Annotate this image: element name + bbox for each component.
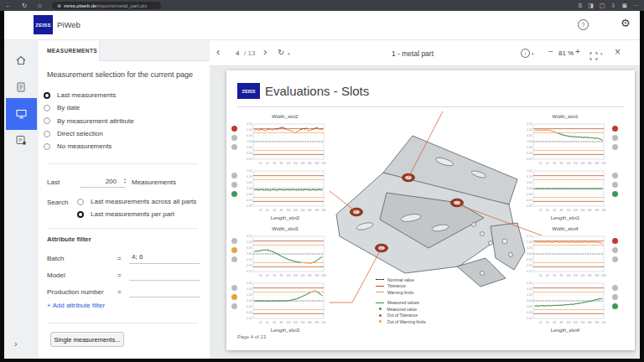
- info-dropdown-caret[interactable]: ▾: [532, 51, 534, 56]
- add-attribute-filter-link[interactable]: + Add attribute filter: [47, 302, 105, 309]
- svg-text:-0.15: -0.15: [246, 317, 252, 320]
- info-icon[interactable]: i: [521, 49, 530, 58]
- filter-value-input[interactable]: [129, 287, 200, 297]
- filter-operator[interactable]: =: [117, 288, 129, 297]
- panel-icon[interactable]: ◨: [588, 0, 594, 11]
- svg-text:-0.15: -0.15: [526, 158, 532, 161]
- traffic-light-gray: [231, 256, 237, 262]
- search-radio-last-measurements-across-all-parts[interactable]: Last measurements across all parts: [77, 195, 196, 208]
- svg-text:120: 120: [574, 274, 579, 277]
- filter-operator[interactable]: =: [117, 255, 129, 264]
- radio-icon[interactable]: [77, 211, 84, 218]
- svg-text:-0.10: -0.10: [526, 152, 532, 155]
- svg-text:0.15: 0.15: [527, 282, 532, 285]
- zoom-out-button[interactable]: −: [548, 47, 553, 56]
- window-icon[interactable]: ▢: [600, 0, 605, 11]
- svg-text:160: 160: [588, 321, 593, 324]
- svg-text:-0.10: -0.10: [526, 264, 532, 267]
- radio-label: Last measurements: [57, 91, 116, 99]
- copy-icon[interactable]: ▣: [621, 0, 627, 11]
- browser-back-icon[interactable]: ←: [5, 0, 12, 11]
- radio-label: Direct selection: [57, 130, 103, 137]
- single-measurements-button[interactable]: Single measurements...: [50, 332, 124, 347]
- svg-text:-0.15: -0.15: [526, 204, 532, 208]
- chart-Width_slot3: 0.150.100.050.00-0.05-0.10-0.15204060801…: [242, 235, 329, 280]
- last-count-input[interactable]: 200 ▴▾: [80, 175, 126, 188]
- svg-text:200: 200: [601, 274, 606, 277]
- radio-icon[interactable]: [44, 143, 50, 150]
- radio-icon[interactable]: [77, 199, 84, 205]
- chart-Length_slot2: 0.150.100.050.00-0.05-0.10-0.15204060801…: [242, 169, 329, 215]
- attribute-filter-row: Batch=4; 6: [47, 247, 200, 264]
- filter-value-input[interactable]: 4; 6: [129, 253, 200, 264]
- svg-text:180: 180: [314, 162, 319, 165]
- site-info-icon[interactable]: ⊕: [57, 3, 61, 8]
- radio-icon[interactable]: [44, 105, 50, 111]
- svg-text:140: 140: [300, 274, 305, 277]
- filter-operator[interactable]: =: [117, 272, 129, 281]
- cad-model-metal-part: [331, 124, 526, 288]
- attribute-filter-rows: Batch=4; 6Model=Production number=: [47, 247, 200, 297]
- legend-label: Nominal value: [387, 277, 414, 282]
- legend-label: Tolerance: [387, 283, 406, 288]
- svg-text:200: 200: [601, 209, 606, 212]
- rail-expand-chevron[interactable]: ›: [14, 339, 18, 349]
- sidebar-item-viewer-selected[interactable]: [6, 98, 37, 130]
- sidebar-item-reports[interactable]: [10, 76, 32, 98]
- close-report-icon[interactable]: ×: [615, 46, 621, 58]
- browser-home-icon[interactable]: ⌂: [38, 0, 42, 11]
- traffic-light-gray: [612, 173, 618, 178]
- radio-icon[interactable]: [44, 131, 50, 137]
- svg-text:-0.15: -0.15: [246, 270, 252, 273]
- svg-text:80: 80: [280, 274, 283, 277]
- refresh-icon[interactable]: ↻: [278, 48, 284, 57]
- address-bar[interactable]: ⊕ zeiss.piweb.de/reports/metal_part.ptx: [52, 2, 161, 9]
- help-icon[interactable]: ?: [578, 19, 589, 30]
- fit-to-window-icon[interactable]: [589, 49, 598, 64]
- radio-by-measurement-attribute[interactable]: By measurement attribute: [44, 115, 134, 127]
- chart-Length_slot1: 0.150.100.050.00-0.05-0.10-0.15204060801…: [522, 169, 609, 215]
- traffic-light-gray: [612, 135, 618, 141]
- s-badge-icon[interactable]: S: [579, 0, 583, 11]
- fit-dropdown-caret[interactable]: ▾: [600, 51, 603, 56]
- panel-divider: [47, 163, 198, 164]
- radio-last-measurements[interactable]: Last measurements: [44, 89, 134, 101]
- zoom-level[interactable]: 81 %: [558, 49, 574, 57]
- browser-reload-icon[interactable]: ↻: [22, 0, 27, 11]
- radio-icon[interactable]: [44, 117, 50, 124]
- download-icon[interactable]: ⇩: [611, 0, 616, 11]
- page-next-button[interactable]: ›: [263, 45, 267, 58]
- browser-toolbar: ← ↻ ⌂ ⊕ zeiss.piweb.de/reports/metal_par…: [0, 0, 644, 11]
- sidebar-item-home[interactable]: [10, 49, 32, 71]
- radio-by-date[interactable]: By date: [44, 101, 134, 114]
- chart-title-Length_slot2: Length_slot2: [242, 215, 329, 220]
- svg-text:120: 120: [293, 162, 299, 165]
- svg-text:60: 60: [273, 162, 276, 165]
- stepper-icon[interactable]: ▴▾: [124, 178, 126, 184]
- svg-text:140: 140: [580, 274, 585, 277]
- tab-measurements[interactable]: MEASUREMENTS: [39, 40, 99, 61]
- svg-text:0.05: 0.05: [527, 134, 532, 137]
- radio-no-measurements[interactable]: No measurements: [44, 140, 134, 153]
- page-number-input[interactable]: 4: [236, 49, 239, 57]
- svg-text:80: 80: [280, 209, 283, 212]
- page-previous-button[interactable]: ‹: [216, 45, 220, 58]
- overflow-menu-icon[interactable]: ⋯: [633, 0, 639, 11]
- radio-icon[interactable]: [44, 92, 50, 99]
- traffic-light-green: [612, 303, 618, 309]
- filter-value-input[interactable]: [129, 270, 200, 281]
- document-title: 1 - metal part: [345, 49, 480, 58]
- svg-text:-0.10: -0.10: [246, 264, 252, 267]
- svg-text:0.15: 0.15: [247, 282, 252, 285]
- search-radio-last-measurements-per-part[interactable]: Last measurements per part: [77, 208, 196, 220]
- sidebar-item-forms[interactable]: [10, 129, 32, 151]
- radio-direct-selection[interactable]: Direct selection: [44, 127, 134, 140]
- zoom-in-button[interactable]: +: [575, 47, 580, 56]
- settings-gear-icon[interactable]: ⚙: [621, 18, 631, 28]
- report-document-icon: [15, 81, 27, 93]
- svg-text:-0.05: -0.05: [246, 305, 252, 308]
- svg-text:0.10: 0.10: [247, 240, 252, 244]
- refresh-dropdown-caret[interactable]: ▾: [288, 51, 290, 56]
- svg-text:180: 180: [595, 209, 600, 212]
- zeiss-logo: ZEISS: [34, 15, 53, 34]
